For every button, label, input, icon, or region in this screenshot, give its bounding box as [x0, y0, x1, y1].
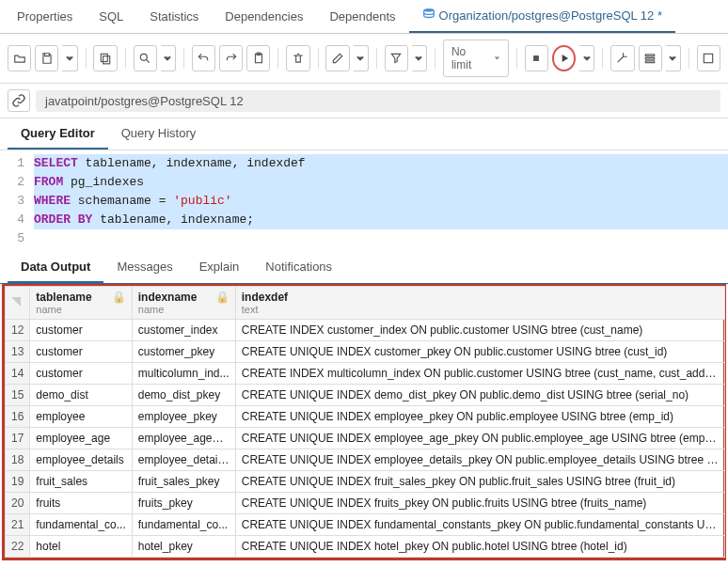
restab-messages[interactable]: Messages: [103, 252, 185, 283]
table-row[interactable]: 20fruitsfruits_pkeyCREATE UNIQUE INDEX f…: [6, 493, 725, 514]
table-row[interactable]: 14customermulticolumn_ind...CREATE INDEX…: [6, 363, 725, 385]
cell-tablename[interactable]: fundamental_co...: [30, 514, 132, 536]
cell-indexname[interactable]: multicolumn_ind...: [132, 363, 235, 385]
save-dropdown[interactable]: [62, 45, 77, 71]
row-number[interactable]: 19: [6, 471, 30, 493]
cell-tablename[interactable]: demo_dist: [30, 385, 132, 406]
col-tablename[interactable]: tablename🔒name: [30, 287, 132, 320]
cell-indexname[interactable]: customer_index: [132, 320, 235, 341]
table-row[interactable]: 19fruit_salesfruit_sales_pkeyCREATE UNIQ…: [6, 471, 725, 493]
row-number[interactable]: 13: [6, 341, 30, 363]
cell-indexname[interactable]: fruit_sales_pkey: [132, 471, 235, 493]
find-button[interactable]: [134, 45, 157, 71]
svg-rect-9: [645, 61, 654, 63]
connection-icon[interactable]: [8, 89, 30, 112]
table-row[interactable]: 21fundamental_co...fundamental_co...CREA…: [6, 514, 725, 536]
cell-indexname[interactable]: employee_age_p...: [132, 428, 235, 449]
table-row[interactable]: 18employee_detailsemployee_detail...CREA…: [6, 449, 725, 471]
row-number[interactable]: 21: [6, 514, 30, 536]
cell-indexname[interactable]: demo_dist_pkey: [132, 385, 235, 406]
cell-tablename[interactable]: fruit_sales: [30, 471, 132, 493]
col-indexname[interactable]: indexname🔒name: [132, 287, 235, 320]
row-number[interactable]: 20: [6, 493, 30, 514]
explain-analyze-button[interactable]: [639, 45, 662, 71]
table-row[interactable]: 12customercustomer_indexCREATE INDEX cus…: [6, 320, 725, 341]
delete-button[interactable]: [286, 45, 309, 71]
copy-button[interactable]: [93, 45, 117, 71]
cell-indexname[interactable]: employee_detail...: [132, 449, 235, 471]
cell-indexdef[interactable]: CREATE UNIQUE INDEX fruit_sales_pkey ON …: [235, 471, 724, 493]
tab-dependencies[interactable]: Dependencies: [212, 0, 316, 33]
filter-button[interactable]: [385, 45, 408, 71]
cell-indexdef[interactable]: CREATE UNIQUE INDEX demo_dist_pkey ON pu…: [235, 385, 724, 406]
commit-button[interactable]: [697, 45, 720, 71]
cell-tablename[interactable]: employee_details: [30, 449, 132, 471]
undo-button[interactable]: [192, 45, 215, 71]
redo-button[interactable]: [219, 45, 243, 71]
execute-dropdown[interactable]: [579, 45, 594, 71]
restab-notifications[interactable]: Notifications: [252, 252, 345, 283]
cell-tablename[interactable]: customer: [30, 341, 132, 363]
tab-dependents[interactable]: Dependents: [316, 0, 408, 33]
cell-indexname[interactable]: customer_pkey: [132, 341, 235, 363]
sql-editor[interactable]: 12345 SELECT tablename, indexname, index…: [0, 150, 728, 252]
sql-code[interactable]: SELECT tablename, indexname, indexdefFRO…: [34, 154, 728, 248]
cell-indexdef[interactable]: CREATE UNIQUE INDEX fruits_pkey ON publi…: [235, 493, 724, 514]
cell-tablename[interactable]: employee_age: [30, 428, 132, 449]
col-indexdef[interactable]: indexdeftext: [235, 287, 724, 320]
cell-indexdef[interactable]: CREATE UNIQUE INDEX customer_pkey ON pub…: [235, 341, 724, 363]
row-number[interactable]: 18: [6, 449, 30, 471]
restab-explain[interactable]: Explain: [186, 252, 253, 283]
edit-dropdown[interactable]: [354, 45, 369, 71]
table-row[interactable]: 16employeeemployee_pkeyCREATE UNIQUE IND…: [6, 406, 725, 428]
row-number[interactable]: 16: [6, 406, 30, 428]
cell-indexname[interactable]: employee_pkey: [132, 406, 235, 428]
table-row[interactable]: 22hotelhotel_pkeyCREATE UNIQUE INDEX hot…: [6, 536, 725, 558]
cell-indexdef[interactable]: CREATE UNIQUE INDEX employee_age_pkey ON…: [235, 428, 724, 449]
edit-button[interactable]: [325, 45, 349, 71]
execute-button[interactable]: [552, 45, 576, 71]
cell-tablename[interactable]: customer: [30, 363, 132, 385]
row-number[interactable]: 22: [6, 536, 30, 558]
cell-indexname[interactable]: hotel_pkey: [132, 536, 235, 558]
tab-sql[interactable]: SQL: [86, 0, 136, 33]
stop-button[interactable]: [525, 45, 548, 71]
tab-query-session[interactable]: Organization/postgres@PostgreSQL 12 *: [409, 0, 675, 33]
table-row[interactable]: 13customercustomer_pkeyCREATE UNIQUE IND…: [6, 341, 725, 363]
row-number[interactable]: 15: [6, 385, 30, 406]
cell-indexname[interactable]: fruits_pkey: [132, 493, 235, 514]
cell-indexdef[interactable]: CREATE INDEX customer_index ON public.cu…: [235, 320, 724, 341]
find-dropdown[interactable]: [161, 45, 176, 71]
lock-icon: 🔒: [112, 291, 126, 304]
row-number[interactable]: 17: [6, 428, 30, 449]
row-number[interactable]: 14: [6, 363, 30, 385]
save-button[interactable]: [35, 45, 58, 71]
tab-statistics[interactable]: Statistics: [136, 0, 212, 33]
filter-dropdown[interactable]: [412, 45, 427, 71]
subtab-query-history[interactable]: Query History: [108, 118, 209, 150]
svg-rect-8: [645, 57, 654, 59]
cell-indexdef[interactable]: CREATE UNIQUE INDEX employee_details_pke…: [235, 449, 724, 471]
cell-indexdef[interactable]: CREATE UNIQUE INDEX hotel_pkey ON public…: [235, 536, 724, 558]
row-number[interactable]: 12: [6, 320, 30, 341]
cell-tablename[interactable]: customer: [30, 320, 132, 341]
cell-indexdef[interactable]: CREATE UNIQUE INDEX employee_pkey ON pub…: [235, 406, 724, 428]
paste-button[interactable]: [246, 45, 270, 71]
cell-tablename[interactable]: hotel: [30, 536, 132, 558]
table-row[interactable]: 17employee_ageemployee_age_p...CREATE UN…: [6, 428, 725, 449]
cell-indexdef[interactable]: CREATE INDEX multicolumn_index ON public…: [235, 363, 724, 385]
cell-indexdef[interactable]: CREATE UNIQUE INDEX fundamental_constant…: [235, 514, 724, 536]
cell-tablename[interactable]: employee: [30, 406, 132, 428]
tab-properties[interactable]: Properties: [4, 0, 86, 33]
restab-data-output[interactable]: Data Output: [8, 252, 103, 283]
grid-corner[interactable]: [6, 287, 30, 320]
subtab-query-editor[interactable]: Query Editor: [8, 118, 108, 150]
limit-dropdown[interactable]: No limit: [443, 39, 509, 77]
cell-indexname[interactable]: fundamental_co...: [132, 514, 235, 536]
explain-dropdown[interactable]: [666, 45, 681, 71]
table-row[interactable]: 15demo_distdemo_dist_pkeyCREATE UNIQUE I…: [6, 385, 725, 406]
cell-tablename[interactable]: fruits: [30, 493, 132, 514]
limit-label: No limit: [451, 45, 484, 71]
explain-button[interactable]: [610, 45, 634, 71]
open-file-button[interactable]: [8, 45, 31, 71]
